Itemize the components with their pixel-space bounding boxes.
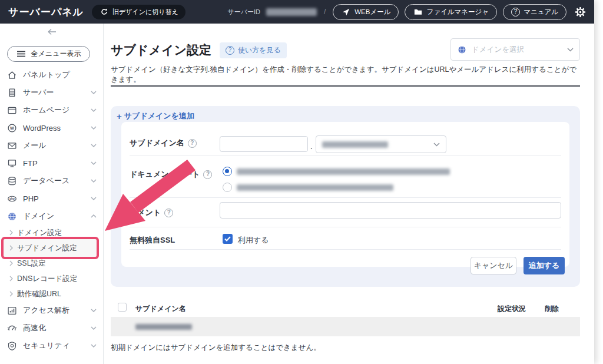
chevron-down-icon [91,197,97,200]
wordpress-icon: W [7,123,17,133]
initial-domain-note: 初期ドメインにはサブドメインを追加することはできません。 [111,343,321,353]
sidebar-item-domain-settings[interactable]: ドメイン設定 [0,225,104,240]
sidebar-item-ftp[interactable]: FTP [0,154,104,172]
sidebar-item-security[interactable]: セキュリティ [0,337,104,355]
chevron-down-icon [91,91,97,94]
sidebar: 全メニュー表示 パネルトップ サーバー ホームページ W WordPress [0,24,104,364]
row-divider [130,197,561,198]
sidebar-item-subdomain-settings[interactable]: サブドメイン設定 [0,240,104,256]
send-icon [341,8,351,16]
server-panel-app: サーバーパネル 旧デザインに切り替え サーバーID / WEBメール [0,0,594,364]
switch-old-design-button[interactable]: 旧デザインに切り替え [92,5,185,19]
add-subdomain-panel: サブドメインを追加 サブドメイン名 . ドキュメントルート [111,106,580,287]
file-manager-label: ファイルマネージャ [426,8,489,16]
hamburger-icon [16,51,26,57]
plus-icon [117,111,122,121]
show-all-menu-label: 全メニュー表示 [31,49,81,59]
database-icon [7,176,17,186]
domain-dot-separator: . [310,142,313,151]
column-subdomain-name: サブドメイン名 [135,304,186,314]
page-title: サブドメイン設定 [111,42,211,58]
help-icon [511,8,520,16]
sidebar-nav: パネルトップ サーバー ホームページ W WordPress メール [0,66,104,355]
domain-select-placeholder: ドメインを選択 [472,45,562,55]
table-row [111,317,580,336]
help-icon[interactable] [188,139,197,148]
cancel-button[interactable]: キャンセル [471,257,516,274]
sidebar-collapse-button[interactable] [0,27,104,38]
chevron-right-icon [9,291,13,297]
help-icon[interactable] [203,170,212,179]
manual-label: マニュアル [524,8,558,16]
domain-select[interactable]: ドメインを選択 [450,38,580,61]
subdomain-name-label-row: サブドメイン名 [130,138,197,148]
column-delete: 削除 [545,304,559,314]
php-icon: php [7,194,17,204]
browser-icon [7,105,17,115]
file-manager-button[interactable]: ファイルマネージャ [405,4,497,20]
chevron-right-icon [9,276,13,282]
add-subdomain-title: サブドメインを追加 [124,111,194,121]
add-button[interactable]: 追加する [524,257,565,274]
parent-domain-select[interactable] [316,135,446,153]
chevron-down-icon [91,126,97,130]
sidebar-item-database[interactable]: データベース [0,172,104,190]
comment-input[interactable] [220,202,561,219]
add-subdomain-form: サブドメイン名 . ドキュメントルート [121,122,569,267]
docroot-path2-redacted [237,184,393,191]
sidebar-item-domain[interactable]: ドメイン [0,207,104,225]
sidebar-item-operation-check-url[interactable]: 動作確認URL [0,286,104,302]
mail-icon [7,141,17,151]
home-icon [7,70,17,80]
row-divider [130,249,561,250]
show-all-menu-button[interactable]: 全メニュー表示 [7,46,90,62]
sidebar-item-server[interactable]: サーバー [0,84,104,101]
comment-label-row: コメント [130,207,173,218]
settings-gear-icon[interactable] [575,6,586,18]
add-subdomain-accordion[interactable]: サブドメインを追加 [117,111,194,121]
server-id-label: サーバーID [227,8,260,16]
chevron-down-icon [567,48,574,52]
sidebar-item-access-analytics[interactable]: アクセス解析 [0,302,104,319]
chart-icon [7,306,17,316]
column-status: 設定状況 [498,304,526,314]
refresh-icon [99,8,109,16]
manual-button[interactable]: マニュアル [503,4,566,20]
docroot-label-row: ドキュメントルート [130,169,212,180]
docroot-radio-option2[interactable] [223,183,232,192]
server-icon [7,88,17,98]
docroot-radio-option1[interactable] [223,167,232,176]
parent-domain-redacted [322,141,388,148]
shield-icon [7,341,17,351]
webmail-button[interactable]: WEBメール [333,4,399,20]
sidebar-item-homepage[interactable]: ホームページ [0,101,104,119]
subdomain-name-input[interactable] [220,136,308,152]
sidebar-item-php[interactable]: php PHP [0,190,104,207]
sidebar-item-mail[interactable]: メール [0,137,104,154]
free-ssl-checkbox[interactable] [223,234,233,244]
sidebar-item-speed-up[interactable]: 高速化 [0,319,104,337]
select-all-checkbox[interactable] [118,303,127,312]
chevron-down-icon [91,108,97,112]
svg-text:php: php [9,197,15,200]
page-description: サブドメイン（好きな文字列.独自ドメイン）を作成・削除することができます。サブド… [111,65,580,85]
main-content: サブドメイン設定 使い方を見る ドメインを選択 サブドメイン（好きな文字列.独自… [104,24,594,364]
sidebar-item-ssl-settings[interactable]: SSL設定 [0,256,104,271]
free-ssl-label-row: 無料独自SSL [130,235,175,246]
monitor-icon [7,158,17,168]
sidebar-item-dns-record-settings[interactable]: DNSレコード設定 [0,271,104,286]
initial-domain-redacted [135,324,192,330]
row-divider [130,155,561,156]
section-divider [111,85,580,87]
sidebar-item-panel-top[interactable]: パネルトップ [0,66,104,84]
separator: / [324,8,326,16]
svg-text:W: W [10,125,14,131]
chevron-right-icon [9,230,13,236]
how-to-use-link[interactable]: 使い方を見る [220,42,287,58]
help-icon[interactable] [164,209,173,217]
sidebar-item-wordpress[interactable]: W WordPress [0,119,104,137]
globe-icon [7,211,17,221]
docroot-path1-redacted [237,168,450,175]
switch-old-design-label: 旧デザインに切り替え [112,8,178,16]
table-header: サブドメイン名 設定状況 削除 [111,299,580,317]
